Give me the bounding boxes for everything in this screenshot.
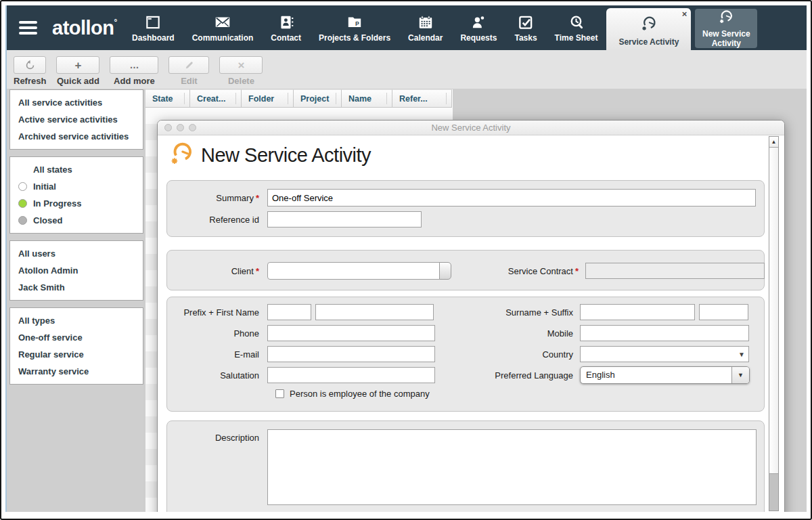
- quick-add-button[interactable]: + Quick add: [56, 56, 99, 89]
- column-header-folder[interactable]: Folder: [242, 89, 294, 108]
- employee-checkbox[interactable]: [275, 389, 284, 398]
- calendar-icon: [417, 14, 434, 31]
- hamburger-menu-icon[interactable]: [19, 21, 37, 35]
- first-name-input[interactable]: [315, 304, 434, 320]
- salutation-input[interactable]: [267, 367, 435, 383]
- edit-label: Edit: [181, 76, 198, 86]
- sidebar-item-warranty-service[interactable]: Warranty service: [10, 363, 143, 380]
- edit-button[interactable]: Edit: [168, 56, 209, 89]
- window-close-dot[interactable]: [164, 124, 172, 131]
- mobile-input[interactable]: [580, 325, 749, 341]
- sidebar-item-jack-smith[interactable]: Jack Smith: [10, 279, 143, 296]
- column-header-created[interactable]: Creat...: [190, 89, 242, 108]
- sidebar-item-state-in-progress[interactable]: In Progress: [10, 195, 143, 212]
- prefix-first-name-label: Prefix + First Name: [167, 307, 267, 318]
- tab-calendar[interactable]: Calendar: [399, 5, 451, 50]
- scrollbar-thumb[interactable]: [769, 148, 778, 474]
- tab-time-sheet[interactable]: Time Sheet: [546, 5, 607, 50]
- email-input[interactable]: [267, 346, 435, 362]
- sidebar-item-all-states[interactable]: All states: [10, 161, 143, 178]
- sidebar-item-regular-service[interactable]: Regular service: [10, 346, 143, 363]
- tab-service-activity-active[interactable]: × Service Activity: [606, 8, 691, 50]
- sidebar-item-one-off-service[interactable]: One-off service: [10, 329, 143, 346]
- sidebar-item-all-users[interactable]: All users: [10, 245, 143, 262]
- sidebar-item-archived-service-activities[interactable]: Archived service activities: [10, 128, 143, 145]
- tab-communication[interactable]: Communication: [183, 5, 263, 50]
- description-textarea[interactable]: [267, 429, 757, 505]
- sidebar-item-all-types[interactable]: All types: [10, 312, 143, 329]
- column-header-name[interactable]: Name: [342, 89, 392, 108]
- required-marker: *: [256, 266, 259, 276]
- preferred-language-select[interactable]: English ▼: [580, 366, 750, 384]
- summary-input[interactable]: [267, 189, 756, 207]
- tab-label: Calendar: [408, 33, 443, 43]
- folder-icon: P: [346, 14, 363, 31]
- summary-section: Summary* Reference id: [166, 180, 765, 237]
- toolbar: Refresh + Quick add … Add more Edit × De…: [7, 50, 807, 89]
- tab-projects-folders[interactable]: P Projects & Folders: [310, 5, 399, 50]
- email-label: E-mail: [167, 349, 267, 360]
- surname-suffix-label: Surname + Suffix: [465, 307, 580, 318]
- add-more-button[interactable]: … Add more: [110, 56, 158, 89]
- state-initial-dot: [18, 182, 27, 191]
- svg-text:P: P: [355, 20, 359, 27]
- activity-filter-panel: All service activities Active service ac…: [9, 89, 143, 150]
- country-dropdown[interactable]: ▼: [580, 346, 749, 362]
- envelope-icon: [214, 14, 231, 31]
- delete-button[interactable]: × Delete: [219, 56, 263, 89]
- state-closed-dot: [18, 216, 27, 225]
- service-activity-gauge-icon: [640, 15, 658, 35]
- add-more-label: Add more: [114, 76, 155, 86]
- new-service-activity-dialog: New Service Activity New Service Activit…: [157, 120, 785, 512]
- required-marker: *: [575, 266, 579, 276]
- sidebar-item-state-closed[interactable]: Closed: [10, 212, 143, 229]
- service-activity-gauge-icon: [168, 141, 194, 169]
- window-minimize-dot[interactable]: [177, 124, 184, 131]
- tab-new-service-activity[interactable]: New Service Activity: [695, 9, 757, 48]
- pencil-icon: [168, 56, 209, 74]
- tab-label: Service Activity: [618, 37, 679, 47]
- chevron-down-icon[interactable]: ▼: [731, 367, 749, 383]
- x-icon: ×: [219, 56, 263, 74]
- state-label: Closed: [33, 215, 62, 225]
- delete-label: Delete: [228, 76, 254, 86]
- prefix-input[interactable]: [267, 304, 311, 320]
- tab-tasks[interactable]: Tasks: [505, 5, 545, 50]
- preferred-language-label: Preferred Language: [465, 370, 580, 381]
- scroll-up-button[interactable]: ▲: [769, 137, 778, 148]
- sidebar-item-all-service-activities[interactable]: All service activities: [10, 94, 143, 111]
- service-activity-gauge-icon: [718, 9, 734, 28]
- suffix-input[interactable]: [699, 304, 748, 320]
- tab-label: Requests: [460, 33, 497, 43]
- column-header-state[interactable]: State: [145, 89, 190, 108]
- scrollbar-track[interactable]: [769, 474, 778, 510]
- tab-requests[interactable]: Requests: [451, 5, 505, 50]
- refresh-button[interactable]: Refresh: [14, 56, 46, 89]
- column-header-project[interactable]: Project: [294, 89, 342, 108]
- client-section: Client* Service Contract*: [166, 250, 765, 290]
- dialog-scrollbar[interactable]: ▲: [769, 136, 779, 511]
- atollon-logo: atollon°: [52, 17, 117, 39]
- dialog-titlebar[interactable]: New Service Activity: [158, 121, 784, 135]
- employee-checkbox-label: Person is employee of the company: [290, 389, 430, 399]
- address-book-icon: [277, 14, 295, 31]
- close-icon[interactable]: ×: [682, 9, 687, 18]
- tab-label: New Service Activity: [699, 29, 753, 48]
- client-lookup-button[interactable]: [439, 262, 451, 280]
- column-header-reference[interactable]: Refer...: [392, 89, 452, 108]
- tab-dashboard[interactable]: Dashboard: [123, 5, 183, 50]
- service-contract-input[interactable]: [585, 263, 765, 279]
- plus-icon: +: [56, 56, 99, 74]
- reference-id-input[interactable]: [267, 211, 422, 228]
- sidebar-item-atollon-admin[interactable]: Atollon Admin: [10, 262, 143, 279]
- client-input[interactable]: [267, 262, 440, 280]
- window-zoom-dot[interactable]: [189, 124, 196, 131]
- phone-input[interactable]: [267, 325, 435, 341]
- top-navbar: atollon° Dashboard Communication Contact…: [7, 5, 807, 50]
- preferred-language-value: English: [581, 367, 731, 383]
- tab-contact[interactable]: Contact: [262, 5, 310, 50]
- sidebar-item-state-initial[interactable]: Initial: [10, 178, 143, 195]
- surname-input[interactable]: [580, 304, 695, 320]
- sidebar-item-active-service-activities[interactable]: Active service activities: [10, 111, 143, 128]
- country-input[interactable]: [580, 346, 749, 362]
